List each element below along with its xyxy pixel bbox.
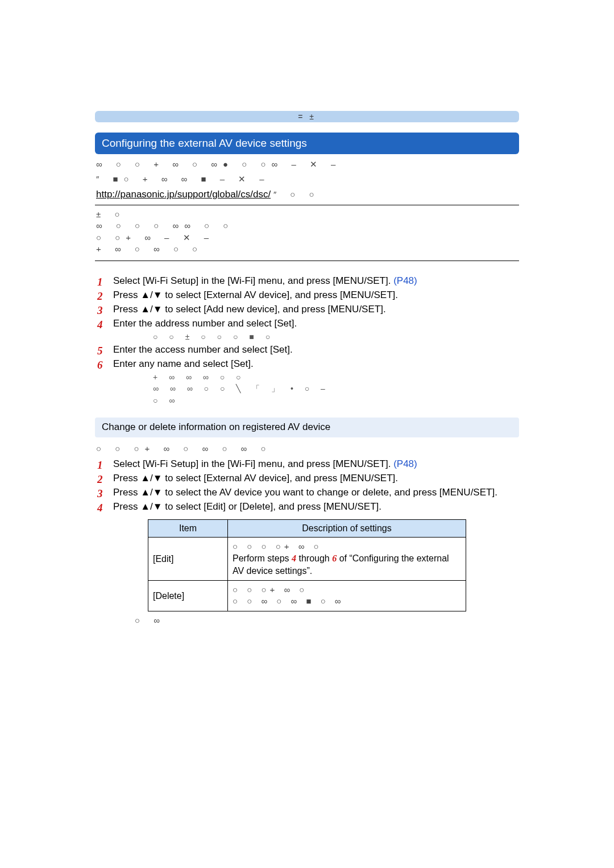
step-item: Press ▲/▼ to select [External AV device]…	[97, 289, 519, 302]
document-page: = ± Configuring the external AV device s…	[95, 0, 519, 626]
symbol-row: ○ ○ ○ ○+ ∞ ○	[233, 541, 461, 552]
step-text: Select [Wi-Fi Setup] in the [Wi-Fi] menu…	[113, 275, 393, 286]
table-row: [Delete] ○ ○ ○+ ∞ ○ ○ ○ ∞ ○ ∞ ■ ○ ∞	[148, 581, 466, 611]
step-text: Enter any name and select [Set].	[113, 358, 254, 369]
symbol-fragment: ″ ○ ○	[273, 189, 320, 199]
step-ref-6: 6	[332, 553, 337, 563]
symbol-row: ∞ ○ ○ + ∞ ○ ∞● ○ ○∞ – ✕ –	[96, 159, 518, 170]
step-item: Select [Wi-Fi Setup] in the [Wi-Fi] menu…	[97, 458, 519, 471]
note-line: ∞ ○ ○ ○ ∞∞ ○ ○	[96, 220, 518, 232]
col-item: Item	[148, 520, 228, 538]
page-ref[interactable]: (P48)	[393, 458, 417, 469]
note-box: ± ○ ∞ ○ ○ ○ ∞∞ ○ ○ ○ ○+ ∞ – ✕ – + ∞ ○ ∞ …	[95, 205, 519, 261]
settings-table: Item Description of settings [Edit] ○ ○ …	[148, 519, 466, 611]
support-url-line: http://panasonic.jp/support/global/cs/ds…	[96, 188, 518, 201]
step-item: Enter the address number and select [Set…	[97, 317, 519, 342]
section-title: Configuring the external AV device setti…	[95, 133, 519, 154]
subsection-title: Change or delete information on register…	[95, 418, 519, 437]
symbol-row: + ∞ ∞ ∞ ○ ○	[153, 372, 519, 383]
step-item: Enter the access number and select [Set]…	[97, 344, 519, 357]
desc-text: Perform steps	[233, 553, 292, 563]
table-header-row: Item Description of settings	[148, 520, 466, 538]
symbol-row: ○ ○ ○+ ∞ ○	[233, 584, 461, 596]
symbol-row: ○ ○ ○+ ∞ ○ ∞ ○ ∞ ○	[96, 443, 518, 454]
step-item: Press ▲/▼ to select [Add new device], an…	[97, 303, 519, 316]
step-item: Select [Wi-Fi Setup] in the [Wi-Fi] menu…	[97, 275, 519, 288]
symbol-row: ○ ○ ∞ ○ ∞ ■ ○ ∞	[233, 596, 461, 607]
band-symbols: = ±	[298, 111, 316, 122]
symbol-row: ″ ■○ + ∞ ∞ ■ – ✕ –	[96, 173, 518, 185]
support-url[interactable]: http://panasonic.jp/support/global/cs/ds…	[96, 189, 271, 200]
step-text: Select [Wi-Fi Setup] in the [Wi-Fi] menu…	[113, 458, 393, 469]
section-band: = ±	[95, 111, 519, 122]
note-line: + ∞ ○ ∞ ○ ○	[96, 243, 518, 255]
table-row: [Edit] ○ ○ ○ ○+ ∞ ○ Perform steps 4 thro…	[148, 537, 466, 580]
step-item: Enter any name and select [Set]. + ∞ ∞ ∞…	[97, 358, 519, 407]
desc-cell: ○ ○ ○ ○+ ∞ ○ Perform steps 4 through 6 o…	[228, 537, 466, 580]
step-text: Enter the address number and select [Set…	[113, 318, 297, 329]
item-cell: [Delete]	[148, 581, 228, 611]
step-ref-4: 4	[292, 553, 296, 563]
col-description: Description of settings	[228, 520, 466, 538]
desc-text: through	[296, 553, 332, 563]
note-line: ○ ○+ ∞ – ✕ –	[96, 232, 518, 243]
desc-cell: ○ ○ ○+ ∞ ○ ○ ○ ∞ ○ ∞ ■ ○ ∞	[228, 581, 466, 611]
step-item: Press ▲/▼ to select [Edit] or [Delete], …	[97, 501, 519, 514]
page-ref[interactable]: (P48)	[393, 275, 417, 286]
footer-symbols: ○ ∞	[135, 615, 519, 626]
item-cell: [Edit]	[148, 537, 228, 580]
steps-list-a: Select [Wi-Fi Setup] in the [Wi-Fi] menu…	[97, 275, 519, 406]
step-item: Press ▲/▼ to select [External AV device]…	[97, 472, 519, 485]
symbol-row: ∞ ∞ ∞ ○ ○ ╲ 「 」 • ○ –	[153, 383, 519, 394]
symbol-row: ○ ○ ± ○ ○ ○ ■ ○	[153, 332, 519, 342]
note-line: ± ○	[96, 209, 518, 220]
steps-list-b: Select [Wi-Fi Setup] in the [Wi-Fi] menu…	[97, 458, 519, 514]
step-item: Press ▲/▼ to select the AV device you wa…	[97, 486, 519, 499]
symbol-row: ○ ∞	[153, 395, 519, 406]
